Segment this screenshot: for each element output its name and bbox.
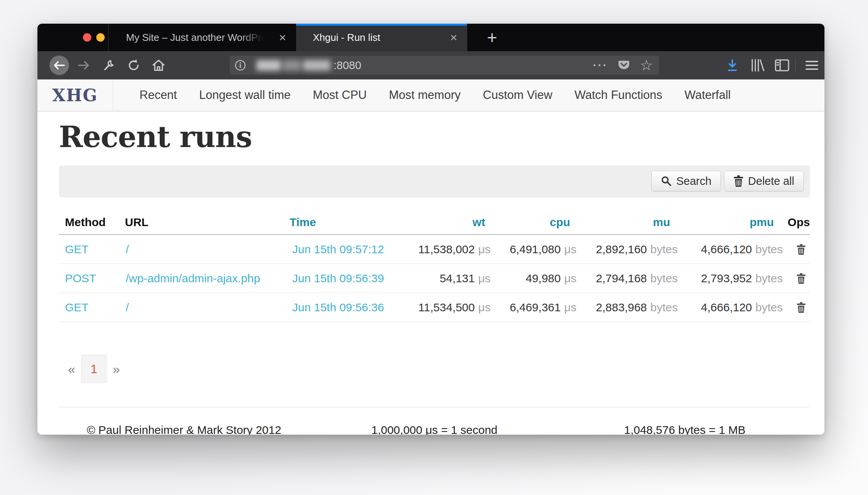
cpu-unit: μs — [564, 243, 577, 256]
sort-by-wt-link[interactable]: wt — [473, 216, 485, 229]
mu-unit: bytes — [650, 243, 678, 256]
browser-window: My Site – Just another WordPress si × Xh… — [37, 24, 824, 435]
run-time-link[interactable]: Jun 15th 09:56:39 — [292, 272, 384, 285]
nav-item-most-memory[interactable]: Most memory — [378, 88, 472, 102]
brand-box[interactable]: XHG — [37, 79, 113, 111]
page-actions-button[interactable]: ··· — [593, 59, 608, 72]
download-icon — [726, 59, 738, 72]
menu-button[interactable] — [803, 51, 821, 79]
sort-by-pmu-link[interactable]: pmu — [750, 216, 774, 229]
sidebar-icon — [775, 59, 789, 71]
url-bar[interactable]: :8080 ··· ☆ — [230, 56, 659, 75]
footer-copyright: © Paul Reinheimer & Mark Story 2012 — [59, 424, 309, 435]
tab-wordpress-site[interactable]: My Site – Just another WordPress si × — [108, 24, 296, 51]
pmu-value: 4,666,120 — [701, 301, 752, 314]
search-button-label: Search — [676, 175, 711, 188]
col-header-method: Method — [59, 216, 125, 229]
forward-arrow-icon — [77, 60, 90, 71]
mu-value: 2,883,968 — [596, 301, 647, 314]
cpu-unit: μs — [564, 272, 577, 285]
tab-xhgui-run-list[interactable]: Xhgui - Run list × — [296, 24, 467, 51]
cpu-value: 6,469,361 — [510, 301, 560, 314]
run-time-link[interactable]: Jun 15th 09:57:12 — [292, 243, 384, 256]
info-icon — [235, 60, 246, 71]
nav-item-longest-wall-time[interactable]: Longest wall time — [188, 88, 302, 102]
close-window-button[interactable] — [83, 33, 91, 42]
reload-icon — [127, 59, 140, 72]
search-icon — [661, 176, 672, 186]
runs-table: Method URL Time wt cpu mu pmu Ops GET / … — [59, 210, 810, 322]
mu-unit: bytes — [650, 301, 678, 314]
site-info-button[interactable] — [230, 56, 251, 75]
sort-by-mu-link[interactable]: mu — [653, 216, 670, 229]
home-button[interactable] — [150, 51, 167, 79]
actions-well: Search Delete all — [59, 165, 810, 197]
pagination: « 1 » — [59, 355, 810, 383]
xhg-logo: XHG — [52, 86, 98, 105]
library-button[interactable] — [748, 51, 766, 79]
tab-title: Xhgui - Run list — [313, 32, 380, 44]
wt-value: 11,534,500 — [418, 301, 475, 314]
run-url-link[interactable]: / — [126, 301, 129, 314]
minimize-window-button[interactable] — [96, 33, 105, 42]
nav-item-most-cpu[interactable]: Most CPU — [302, 88, 378, 102]
mu-value: 2,794,168 — [596, 272, 647, 285]
delete-run-button[interactable] — [797, 273, 806, 284]
new-tab-button[interactable]: + — [479, 24, 505, 51]
mu-value: 2,892,160 — [596, 243, 647, 256]
sort-by-time-link[interactable]: Time — [290, 216, 316, 229]
col-header-ops: Ops — [774, 216, 810, 229]
reload-button[interactable] — [125, 51, 143, 79]
wt-unit: μs — [478, 301, 491, 314]
redacted-host — [256, 60, 330, 71]
close-tab-icon[interactable]: × — [450, 31, 457, 44]
mu-unit: bytes — [650, 272, 678, 285]
page-content: Recent runs Search — [37, 112, 824, 435]
run-time-link[interactable]: Jun 15th 09:56:36 — [292, 301, 384, 314]
bookmark-star-icon[interactable]: ☆ — [640, 57, 653, 74]
sort-by-cpu-link[interactable]: cpu — [550, 216, 570, 229]
nav-menu: Recent Longest wall time Most CPU Most m… — [128, 88, 742, 102]
delete-run-button[interactable] — [797, 244, 806, 255]
page-number-button[interactable]: 1 — [81, 355, 107, 383]
footer-microseconds-note: 1,000,000 μs = 1 second — [309, 424, 559, 435]
nav-item-watch-functions[interactable]: Watch Functions — [564, 88, 674, 102]
pmu-unit: bytes — [755, 272, 783, 285]
col-header-url: URL — [125, 216, 287, 229]
pocket-button[interactable] — [618, 60, 630, 71]
prev-page-button[interactable]: « — [68, 362, 75, 377]
trash-icon — [797, 244, 806, 255]
downloads-button[interactable] — [724, 51, 741, 79]
trash-icon — [797, 302, 806, 313]
browser-toolbar: :8080 ··· ☆ — [37, 51, 824, 79]
run-url-link[interactable]: / — [126, 243, 129, 256]
run-method-link[interactable]: GET — [65, 301, 89, 314]
tools-button[interactable] — [100, 51, 118, 79]
delete-run-button[interactable] — [797, 302, 806, 313]
library-icon — [750, 59, 764, 72]
page-footer: © Paul Reinheimer & Mark Story 2012 1,00… — [59, 407, 810, 435]
delete-all-button[interactable]: Delete all — [724, 171, 804, 191]
cpu-value: 49,980 — [526, 272, 561, 285]
next-page-button[interactable]: » — [113, 362, 120, 377]
run-method-link[interactable]: POST — [65, 272, 96, 285]
footer-bytes-note: 1,048,576 bytes = 1 MB — [560, 424, 810, 435]
nav-item-waterfall[interactable]: Waterfall — [674, 88, 742, 102]
search-button[interactable]: Search — [651, 171, 721, 191]
pmu-unit: bytes — [755, 243, 783, 256]
nav-item-custom-view[interactable]: Custom View — [472, 88, 564, 102]
cpu-unit: μs — [564, 301, 577, 314]
run-method-link[interactable]: GET — [65, 243, 89, 256]
pocket-icon — [618, 60, 630, 71]
nav-item-recent[interactable]: Recent — [128, 88, 188, 102]
run-url-link[interactable]: /wp-admin/admin-ajax.php — [126, 272, 260, 285]
sidebar-toggle-button[interactable] — [773, 51, 791, 79]
close-tab-icon[interactable]: × — [279, 31, 286, 44]
forward-button[interactable] — [75, 51, 92, 79]
pmu-unit: bytes — [755, 301, 783, 314]
delete-all-button-label: Delete all — [748, 175, 794, 188]
xhgui-navbar: XHG Recent Longest wall time Most CPU Mo… — [37, 79, 824, 112]
tab-title: My Site – Just another WordPress si — [126, 32, 264, 44]
pmu-value: 4,666,120 — [701, 243, 752, 256]
back-button[interactable] — [49, 55, 69, 75]
